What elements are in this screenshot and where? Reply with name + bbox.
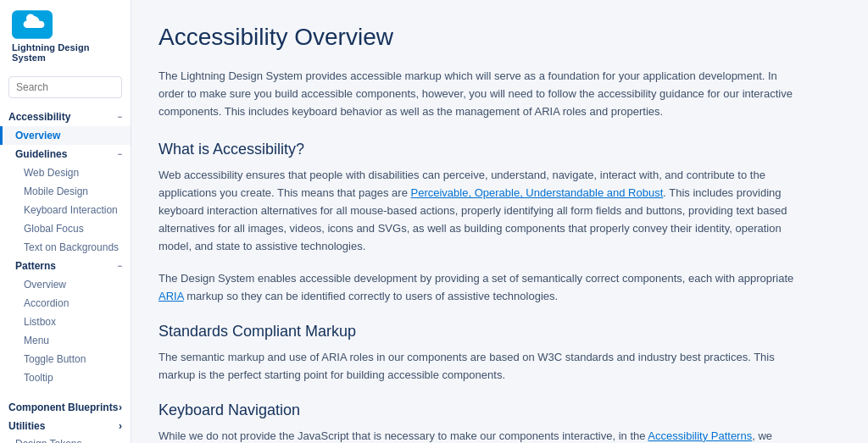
- aria-link[interactable]: ARIA: [159, 290, 184, 302]
- overview-label: Overview: [15, 130, 60, 141]
- sidebar-item-toggle-button[interactable]: Toggle Button: [0, 350, 131, 368]
- intro-paragraph: The Lightning Design System provides acc…: [159, 68, 803, 120]
- sidebar-item-guidelines[interactable]: Guidelines −: [0, 145, 131, 163]
- sidebar: Lightning Design System Accessibility − …: [0, 0, 131, 443]
- sidebar-item-accordion[interactable]: Accordion: [0, 294, 131, 313]
- section3-paragraph1: While we do not provide the JavaScript t…: [159, 428, 803, 443]
- component-blueprints-chevron-icon: ›: [119, 401, 122, 413]
- section2-heading: Standards Compliant Markup: [159, 323, 834, 341]
- section1-heading: What is Accessibility?: [159, 141, 834, 158]
- sidebar-item-patterns[interactable]: Patterns −: [0, 257, 131, 275]
- brand-name: Lightning Design System: [12, 42, 119, 63]
- accessibility-label: Accessibility: [8, 111, 70, 123]
- patterns-label: Patterns: [15, 260, 56, 272]
- sidebar-item-overview[interactable]: Overview: [0, 126, 131, 145]
- chevron-icon: −: [118, 113, 122, 121]
- guidelines-chevron-icon: −: [118, 150, 122, 158]
- wcag-link[interactable]: Perceivable, Operable, Understandable an…: [411, 186, 664, 199]
- main-content: Accessibility Overview The Lightning Des…: [131, 0, 868, 443]
- sidebar-item-utilities[interactable]: Utilities ›: [0, 416, 131, 435]
- search-input[interactable]: [8, 76, 122, 98]
- sidebar-item-text-on-backgrounds[interactable]: Text on Backgrounds: [0, 238, 131, 257]
- sidebar-item-component-blueprints[interactable]: Component Blueprints ›: [0, 397, 131, 416]
- page-title: Accessibility Overview: [159, 24, 834, 51]
- sidebar-item-accessibility[interactable]: Accessibility −: [0, 105, 131, 126]
- section2-paragraph1: The semantic markup and use of ARIA role…: [159, 349, 803, 385]
- sidebar-item-design-tokens[interactable]: Design Tokens: [0, 435, 131, 443]
- section-keyboard-navigation: Keyboard Navigation While we do not prov…: [159, 401, 834, 443]
- sidebar-item-keyboard-interaction[interactable]: Keyboard Interaction: [0, 201, 131, 219]
- salesforce-logo-icon: [12, 10, 53, 39]
- sidebar-item-menu[interactable]: Menu: [0, 331, 131, 350]
- accessibility-patterns-link[interactable]: Accessibility Patterns: [648, 429, 752, 442]
- section-what-is-accessibility: What is Accessibility? Web accessibility…: [159, 141, 834, 306]
- sidebar-item-listbox[interactable]: Listbox: [0, 313, 131, 331]
- logo-area: Lightning Design System: [0, 0, 131, 71]
- section1-paragraph2: The Design System enables accessible dev…: [159, 270, 803, 306]
- sidebar-item-global-focus[interactable]: Global Focus: [0, 219, 131, 238]
- sidebar-item-tooltip[interactable]: Tooltip: [0, 368, 131, 387]
- patterns-chevron-icon: −: [118, 262, 122, 270]
- sidebar-item-mobile-design[interactable]: Mobile Design: [0, 182, 131, 201]
- sidebar-item-patterns-overview[interactable]: Overview: [0, 275, 131, 294]
- section1-paragraph1: Web accessibility ensures that people wi…: [159, 167, 803, 255]
- sidebar-item-web-design[interactable]: Web Design: [0, 163, 131, 182]
- section-standards-compliant: Standards Compliant Markup The semantic …: [159, 323, 834, 385]
- guidelines-label: Guidelines: [15, 148, 67, 160]
- utilities-chevron-icon: ›: [119, 420, 122, 432]
- section3-heading: Keyboard Navigation: [159, 401, 834, 419]
